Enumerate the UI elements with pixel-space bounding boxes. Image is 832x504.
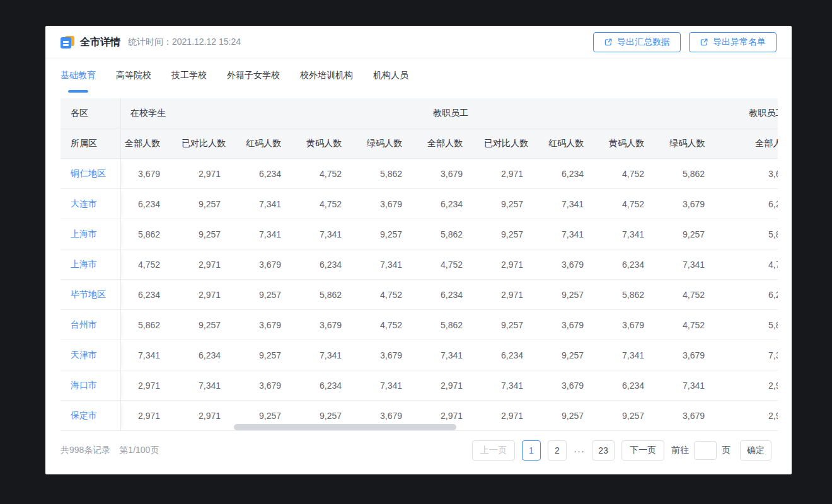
cell-3-0-2: 3,679: [242, 249, 303, 280]
cell-2-1-1: 9,257: [484, 219, 545, 249]
panel-header: 全市详情 统计时间：2021.12.12 15:24 导出汇总数据 导出异常名单: [45, 26, 792, 59]
cell-6-1-2: 9,257: [545, 340, 605, 370]
tab-1[interactable]: 高等院校: [116, 69, 151, 94]
cell-1-1-2: 7,341: [545, 189, 605, 219]
external-link-icon: [700, 38, 708, 47]
cell-0-1-0: 3,679: [424, 159, 484, 189]
table-row: 上海市5,8629,2577,3417,3419,2575,8629,2577,…: [61, 219, 778, 249]
pagination-ellipsis: ···: [574, 445, 585, 456]
cell-2-0-0: 5,862: [121, 219, 182, 249]
region-link[interactable]: 大连市: [61, 189, 121, 219]
cell-3-1-1: 2,971: [484, 249, 545, 280]
region-link[interactable]: 台州市: [61, 310, 121, 340]
cell-6-0-4: 3,679: [363, 340, 424, 370]
tab-0[interactable]: 基础教育: [61, 69, 96, 94]
cell-8-0-1: 2,971: [182, 401, 242, 431]
document-icon: [61, 35, 74, 49]
cell-5-1-4: 4,752: [666, 310, 726, 340]
sub-column-header-1-2: 红码人数: [545, 129, 605, 159]
total-records: 共998条记录: [61, 445, 110, 456]
cell-4-1-0: 6,234: [424, 280, 484, 310]
region-column-header: 所属区: [61, 129, 121, 159]
cell-1-1-4: 3,679: [666, 189, 726, 219]
tab-3[interactable]: 外籍子女学校: [227, 69, 280, 94]
cell-5-1-1: 9,257: [484, 310, 545, 340]
cell-3-1-2: 3,679: [545, 249, 605, 280]
table-row: 天津市7,3416,2349,2577,3413,6797,3416,2349,…: [61, 340, 778, 370]
cell-1-1-0: 6,234: [424, 189, 484, 219]
cell-4-0-3: 5,862: [303, 280, 363, 310]
confirm-button[interactable]: 确定: [740, 440, 771, 461]
region-link[interactable]: 铜仁地区: [61, 159, 121, 189]
cell-1-0-0: 6,234: [121, 189, 182, 219]
table-head: 各区在校学生教职员工教职员工所属区全部人数已对比人数红码人数黄码人数绿码人数全部…: [61, 98, 778, 159]
cell-4-0-0: 6,234: [121, 280, 182, 310]
sub-column-header-1-0: 全部人数: [424, 129, 484, 159]
goto-label: 前往: [671, 445, 689, 456]
horizontal-scrollbar[interactable]: [234, 424, 456, 430]
cell-5-0-4: 4,752: [363, 310, 424, 340]
cell-8-1-2: 9,257: [545, 401, 605, 431]
cell-4-1-3: 5,862: [605, 280, 666, 310]
data-table: 各区在校学生教职员工教职员工所属区全部人数已对比人数红码人数黄码人数绿码人数全部…: [61, 98, 778, 431]
export-abnormal-button[interactable]: 导出异常名单: [689, 32, 777, 52]
cell-8-0-0: 2,971: [121, 401, 182, 431]
page-button-2[interactable]: 2: [548, 440, 567, 461]
cell-7-1-1: 7,341: [484, 370, 545, 401]
table-row: 海口市2,9717,3413,6796,2347,3412,9717,3413,…: [61, 370, 778, 401]
cell-2-0-1: 9,257: [182, 219, 242, 249]
last-page-button[interactable]: 23: [592, 440, 615, 461]
region-link[interactable]: 毕节地区: [61, 280, 121, 310]
sub-column-header-2-0: 全部人数: [726, 129, 778, 159]
cell-0-0-1: 2,971: [182, 159, 242, 189]
cell-4-0-4: 4,752: [363, 280, 424, 310]
sub-column-header-0-2: 红码人数: [242, 129, 303, 159]
cell-1-1-1: 9,257: [484, 189, 545, 219]
export-summary-button[interactable]: 导出汇总数据: [593, 32, 681, 52]
cell-8-2-0: 2,971: [726, 401, 778, 431]
tab-2[interactable]: 技工学校: [171, 69, 207, 94]
table-row: 毕节地区6,2342,9719,2575,8624,7526,2342,9719…: [61, 280, 778, 310]
cell-7-0-1: 7,341: [182, 370, 242, 401]
column-group-0: 在校学生: [121, 98, 424, 129]
tab-5[interactable]: 机构人员: [373, 69, 408, 94]
tabs: 基础教育高等院校技工学校外籍子女学校校外培训机构机构人员: [45, 59, 792, 94]
cell-1-0-2: 7,341: [242, 189, 303, 219]
cell-5-2-0: 5,862: [726, 310, 778, 340]
region-link[interactable]: 保定市: [61, 401, 121, 431]
cell-4-0-2: 9,257: [242, 280, 303, 310]
page-button-1[interactable]: 1: [522, 440, 541, 461]
cell-4-2-0: 6,234: [726, 280, 778, 310]
cell-5-1-3: 3,679: [605, 310, 666, 340]
table-row: 上海市4,7522,9713,6796,2347,3414,7522,9713,…: [61, 249, 778, 280]
region-link[interactable]: 海口市: [61, 370, 121, 401]
region-link[interactable]: 天津市: [61, 340, 121, 370]
next-page-button[interactable]: 下一页: [621, 440, 664, 461]
cell-2-2-0: 5,862: [726, 219, 778, 249]
cell-6-1-1: 6,234: [484, 340, 545, 370]
data-table-container: 各区在校学生教职员工教职员工所属区全部人数已对比人数红码人数黄码人数绿码人数全部…: [61, 98, 778, 431]
cell-3-1-4: 7,341: [666, 249, 726, 280]
cell-3-0-4: 7,341: [363, 249, 424, 280]
cell-5-1-0: 5,862: [424, 310, 484, 340]
cell-0-1-4: 5,862: [666, 159, 726, 189]
cell-7-0-0: 2,971: [121, 370, 182, 401]
sub-column-header-0-0: 全部人数: [121, 129, 182, 159]
export-summary-label: 导出汇总数据: [617, 37, 670, 48]
cell-6-0-0: 7,341: [121, 340, 182, 370]
cell-2-1-2: 7,341: [545, 219, 605, 249]
cell-7-0-2: 3,679: [242, 370, 303, 401]
cell-0-0-2: 6,234: [242, 159, 303, 189]
cell-0-0-3: 4,752: [303, 159, 363, 189]
goto-page-input[interactable]: [694, 441, 717, 460]
table-row: 铜仁地区3,6792,9716,2344,7525,8623,6792,9716…: [61, 159, 778, 189]
tab-4[interactable]: 校外培训机构: [300, 69, 353, 94]
region-link[interactable]: 上海市: [61, 219, 121, 249]
cell-3-0-1: 2,971: [182, 249, 242, 280]
panel-footer: 共998条记录 第1/100页 上一页 12 ··· 23 下一页 前往 页 确…: [61, 440, 771, 461]
cell-2-1-0: 5,862: [424, 219, 484, 249]
cell-1-1-3: 4,752: [605, 189, 666, 219]
cell-7-0-4: 7,341: [363, 370, 424, 401]
cell-7-1-0: 2,971: [424, 370, 484, 401]
region-link[interactable]: 上海市: [61, 249, 121, 280]
